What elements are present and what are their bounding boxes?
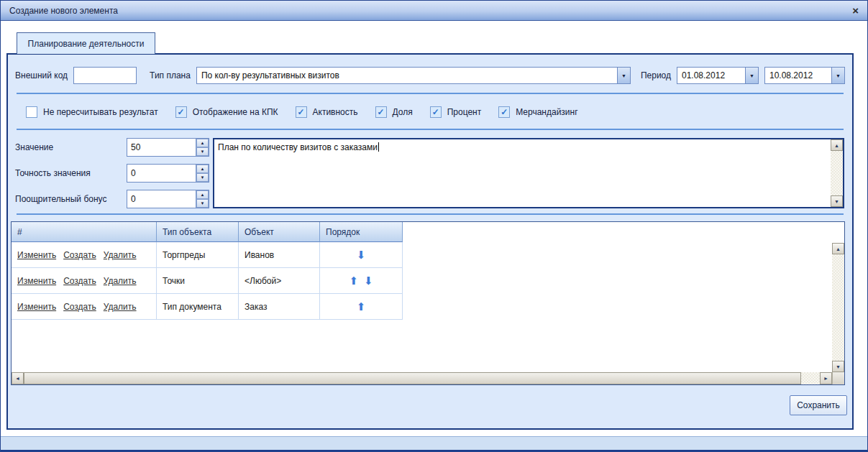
period-to-value: 10.08.2012 <box>765 70 831 80</box>
order-cell: ⬆⬇ <box>320 268 403 293</box>
precision-label: Точность значения <box>15 168 127 178</box>
bonus-input[interactable] <box>127 190 196 208</box>
separator <box>17 93 844 94</box>
chevron-down-icon[interactable]: ▼ <box>831 68 844 83</box>
scroll-down-icon[interactable]: ▼ <box>831 195 843 207</box>
bonus-spinner[interactable]: ▲ ▼ <box>127 190 209 208</box>
checkbox-label: Отображение на КПК <box>193 107 278 117</box>
separator <box>17 213 844 215</box>
external-code-input[interactable] <box>73 67 137 84</box>
period-from-datepicker[interactable]: 01.08.2012 ▼ <box>677 67 759 84</box>
scroll-thumb[interactable] <box>24 372 801 384</box>
scroll-track[interactable] <box>832 254 844 361</box>
period-to-datepicker[interactable]: 10.08.2012 ▼ <box>764 67 845 84</box>
checkbox-checked-icon[interactable]: ✓ <box>430 106 442 118</box>
checkbox-checked-icon[interactable]: ✓ <box>175 106 187 118</box>
checkbox-checked-icon[interactable]: ✓ <box>498 106 510 118</box>
row-action-link[interactable]: Изменить <box>17 250 56 260</box>
up-arrow-icon[interactable]: ⬆ <box>349 275 358 286</box>
spinner-buttons: ▲ ▼ <box>196 190 209 208</box>
row-action-link[interactable]: Изменить <box>17 276 56 286</box>
status-bar <box>1 436 867 450</box>
description-scrollbar[interactable]: ▲ ▼ <box>831 139 843 207</box>
precision-spinner[interactable]: ▲ ▼ <box>127 164 209 183</box>
checkbox-label: Доля <box>393 107 413 117</box>
checkbox-item[interactable]: Не пересчитывать результат <box>26 106 158 118</box>
row-action-link[interactable]: Удалить <box>104 302 137 312</box>
scroll-up-icon[interactable]: ▲ <box>831 139 843 151</box>
spin-up-icon[interactable]: ▲ <box>196 165 209 173</box>
checkbox-label: Мерчандайзинг <box>516 107 577 117</box>
checkbox-item[interactable]: ✓Мерчандайзинг <box>498 106 577 118</box>
column-header-object-type[interactable]: Тип объекта <box>157 222 239 242</box>
value-field-row: Значение ▲ ▼ <box>15 138 209 157</box>
down-arrow-icon[interactable]: ⬇ <box>364 275 373 286</box>
object-cell: Заказ <box>239 294 320 319</box>
object-type-cell: Тип документа <box>157 294 239 319</box>
checkbox-label: Не пересчитывать результат <box>43 107 158 117</box>
scroll-track[interactable] <box>831 151 843 195</box>
external-code-label: Внешний код <box>15 70 68 80</box>
column-header-number[interactable]: # <box>12 222 157 242</box>
spinner-buttons: ▲ ▼ <box>196 139 209 156</box>
table-vertical-scrollbar[interactable]: ▲ ▼ <box>832 243 844 372</box>
row-action-link[interactable]: Изменить <box>17 302 56 312</box>
table-horizontal-scrollbar[interactable]: ◄ ► <box>12 372 832 384</box>
row-action-link[interactable]: Создать <box>63 276 96 286</box>
column-header-object[interactable]: Объект <box>239 222 320 242</box>
spinner-buttons: ▲ ▼ <box>196 165 209 182</box>
checkbox-row: Не пересчитывать результат✓Отображение н… <box>15 102 845 122</box>
object-type-cell: Торгпреды <box>157 242 239 267</box>
scroll-left-icon[interactable]: ◄ <box>12 372 24 384</box>
checkbox-item[interactable]: ✓Активность <box>296 106 358 118</box>
scroll-down-icon[interactable]: ▼ <box>832 361 844 372</box>
close-icon[interactable]: × <box>852 5 859 16</box>
checkbox-item[interactable]: ✓Доля <box>375 106 413 118</box>
tab-content-panel: Внешний код Тип плана По кол-ву результа… <box>6 53 854 430</box>
checkbox-checked-icon[interactable]: ✓ <box>375 106 387 118</box>
spin-down-icon[interactable]: ▼ <box>196 173 209 182</box>
scroll-up-icon[interactable]: ▲ <box>832 243 844 254</box>
save-button-label: Сохранить <box>797 400 840 410</box>
text-caret <box>378 142 379 152</box>
row-action-link[interactable]: Создать <box>63 302 96 312</box>
precision-field-row: Точность значения ▲ ▼ <box>15 164 209 183</box>
tab-label: Планирование деятельности <box>28 39 145 49</box>
row-action-link[interactable]: Создать <box>63 250 96 260</box>
table-row: ИзменитьСоздатьУдалитьТип документаЗаказ… <box>12 294 403 320</box>
tab-planning[interactable]: Планирование деятельности <box>17 32 155 54</box>
object-type-cell: Точки <box>157 268 239 293</box>
bonus-label: Поощрительный бонус <box>15 194 127 204</box>
conditions-table: # Тип объекта Объект Порядок ИзменитьСоз… <box>11 221 845 385</box>
value-input[interactable] <box>127 139 196 156</box>
spin-down-icon[interactable]: ▼ <box>196 199 209 208</box>
spin-up-icon[interactable]: ▲ <box>196 190 209 199</box>
plan-type-select[interactable]: По кол-ву результативных визитов ▼ <box>196 67 631 84</box>
down-arrow-icon[interactable]: ⬇ <box>357 249 366 260</box>
row-action-link[interactable]: Удалить <box>104 250 137 260</box>
spin-down-icon[interactable]: ▼ <box>196 147 209 156</box>
scroll-right-icon[interactable]: ► <box>820 372 832 384</box>
checkbox-unchecked-icon[interactable] <box>26 106 37 118</box>
checkbox-item[interactable]: ✓Процент <box>430 106 482 118</box>
column-header-order[interactable]: Порядок <box>320 222 403 242</box>
checkbox-checked-icon[interactable]: ✓ <box>296 106 307 118</box>
period-from-value: 01.08.2012 <box>677 70 745 80</box>
up-arrow-icon[interactable]: ⬆ <box>357 301 366 312</box>
order-cell: ⬇ <box>320 242 403 267</box>
chevron-down-icon[interactable]: ▼ <box>745 68 758 83</box>
value-spinner[interactable]: ▲ ▼ <box>127 138 209 157</box>
plan-type-value: По кол-ву результативных визитов <box>197 70 617 80</box>
row-action-link[interactable]: Удалить <box>104 276 137 286</box>
plan-type-label: Тип плана <box>150 70 191 80</box>
title-bar[interactable]: Создание нового элемента × <box>1 1 867 21</box>
checkbox-item[interactable]: ✓Отображение на КПК <box>175 106 278 118</box>
precision-input[interactable] <box>127 165 196 182</box>
table-body: ИзменитьСоздатьУдалитьТоргпредыИванов⬇Из… <box>12 242 844 320</box>
save-button[interactable]: Сохранить <box>790 395 847 415</box>
object-cell: <Любой> <box>239 268 320 293</box>
description-textarea[interactable]: План по количеству визитов с заказами ▲ … <box>213 138 844 208</box>
chevron-down-icon[interactable]: ▼ <box>617 68 630 83</box>
actions-cell: ИзменитьСоздатьУдалить <box>12 294 157 319</box>
spin-up-icon[interactable]: ▲ <box>196 139 209 147</box>
